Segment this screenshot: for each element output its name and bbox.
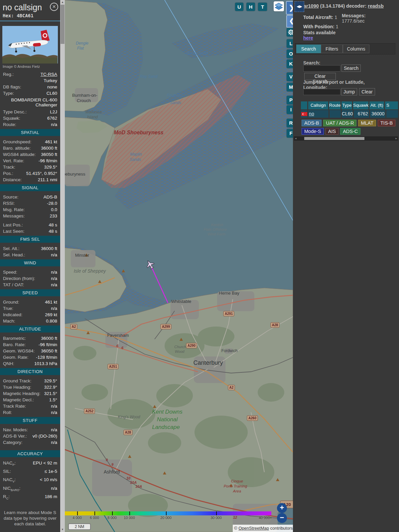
legend-label: 8 000 (107, 516, 117, 520)
data-row: Last Pos.:48 s (0, 222, 60, 228)
map-scale-bar: 2 NM (68, 523, 91, 530)
shield-label: A299 (162, 325, 170, 329)
legend-label: 20 000 (160, 516, 172, 520)
table-header-row: Callsign Route Type Squawk Alt. (ft) S (301, 101, 399, 109)
aircraft-photo[interactable] (2, 26, 58, 64)
squawk-cell: 6762 (354, 110, 369, 118)
badge-uat-adsr[interactable]: UAT / ADS-R (323, 120, 356, 126)
badge-adsc[interactable]: ADS-C (340, 128, 360, 135)
badge-modes[interactable]: Mode-S (302, 128, 324, 135)
button-t[interactable]: T (258, 3, 267, 11)
map-label: Maplin (130, 152, 142, 157)
button-u[interactable]: U (235, 3, 243, 11)
map-label: Ashford (104, 469, 120, 474)
stats-here-link[interactable]: here (303, 35, 313, 41)
shield-label: A251 (109, 365, 117, 368)
scroll-right-icon[interactable]: ▸ (395, 136, 397, 141)
with-position-stat: With Position: 1 (303, 24, 338, 29)
tar1090-app: A2 A299 A291 A28 A290 A251 A252 A260 A28… (0, 0, 399, 532)
clear-search-button[interactable]: Clear Search (304, 73, 336, 80)
col-alt[interactable]: Alt. (ft) (369, 101, 384, 109)
legend-tick (77, 511, 78, 515)
jump-clear-button[interactable]: Clear (359, 88, 375, 95)
col-flag[interactable] (301, 101, 307, 109)
scroll-up-icon[interactable]: ▲ (60, 0, 65, 5)
map-label: Crouch (77, 98, 91, 103)
map-label: Ray Sand (140, 74, 158, 79)
junction-label: 6 (116, 344, 119, 348)
openstreetmap-link[interactable]: OpenStreetMap (238, 526, 269, 531)
map-label: MoD Shoeburyness (114, 130, 163, 135)
scrollbar-thumb[interactable] (61, 5, 65, 44)
badge-ais[interactable]: AIS (326, 128, 338, 135)
tab-search[interactable]: Search (296, 45, 321, 53)
info-row-typedesc: Type Desc.:L2J (0, 109, 60, 115)
data-row: Track Rate:n/a (0, 403, 60, 409)
col-speed[interactable]: S (385, 101, 398, 109)
button-h[interactable]: H (246, 3, 255, 11)
attribution-suffix: contributors. (269, 526, 294, 531)
search-button[interactable]: Search (341, 65, 361, 72)
badge-tisb[interactable]: TIS-B (378, 120, 395, 126)
table-horizontal-scrollbar[interactable]: ◂ ▸ (294, 136, 398, 141)
total-aircraft-stat: Total Aircraft: 1 (303, 15, 337, 20)
attribution-copyright: © (234, 526, 238, 531)
data-row: NACP:EPU < 92 m (0, 460, 60, 468)
badge-mlat[interactable]: MLAT (358, 120, 376, 126)
col-type[interactable]: Type (341, 101, 352, 109)
legend-tick (216, 511, 217, 515)
shield-label: A28 (272, 323, 278, 327)
map-label: Fordwich (221, 348, 238, 353)
tab-filters[interactable]: Filters (321, 45, 343, 53)
aircraft-table: Callsign Route Type Squawk Alt. (ft) S n… (301, 101, 399, 118)
hscrollbar-thumb[interactable] (304, 137, 364, 140)
map-label: Flats Offshore (203, 227, 226, 231)
col-callsign[interactable]: Callsign (308, 101, 328, 109)
badge-adsb[interactable]: ADS-B (302, 120, 322, 126)
messages-label: Messages: (342, 13, 366, 18)
map-label: Dengie (76, 41, 88, 46)
tab-columns[interactable]: Columns (343, 45, 369, 53)
sidebar-scrollbar[interactable]: ▲ ▼ (60, 0, 65, 532)
callsign-cell[interactable]: no callsign (308, 110, 329, 118)
map-label: Wood (175, 349, 185, 353)
data-row: NICBARO:n/a (0, 485, 60, 493)
registration-link[interactable]: TC-RSA (41, 72, 57, 77)
layers-button[interactable] (274, 1, 284, 11)
map-canvas[interactable]: A2 A299 A291 A28 A290 A251 A252 A260 A28… (65, 0, 293, 532)
type-cell: CL60 (342, 110, 353, 118)
jump-button[interactable]: Jump (341, 88, 357, 95)
turkey-flag-icon (301, 112, 307, 116)
data-row: Vert. Rate:-96 ft/min (0, 158, 60, 164)
jump-input[interactable] (303, 89, 340, 95)
legend-label: 40 000+ (259, 516, 272, 520)
tar1090-link[interactable]: tar1090 (302, 3, 319, 9)
map-label: Sands (170, 100, 181, 105)
map-label: Kentish (211, 223, 223, 227)
data-row: Pos.:51.415°, 0.952° (0, 170, 60, 177)
map-label: King's Wood (118, 415, 140, 419)
map-container[interactable]: A2 A299 A291 A28 A290 A251 A252 A260 A28… (65, 0, 293, 532)
close-icon[interactable]: ✕ (50, 3, 58, 11)
panel-width-toggle-button[interactable]: ◀▶ (295, 1, 304, 12)
shield-label: A290 (188, 344, 196, 347)
section-header-direction: DIRECTION (0, 368, 60, 375)
type-description-long: BOMBARDIER CL-600Challenger (0, 96, 60, 109)
zoom-in-button[interactable]: + (277, 503, 287, 513)
readsb-link[interactable]: readsb (368, 3, 384, 9)
table-row[interactable]: no callsign CL60 6762 36000 (301, 109, 399, 118)
section-header-accuracy: ACCURACY (0, 450, 60, 457)
scroll-left-icon[interactable]: ◂ (295, 136, 297, 141)
search-input[interactable] (303, 65, 340, 71)
map-label: Area (233, 489, 241, 493)
speed-cell (386, 110, 398, 118)
zoom-out-button[interactable]: − (277, 513, 287, 523)
col-squawk[interactable]: Squawk (353, 101, 368, 109)
legend-label: 30 000 (210, 516, 222, 520)
col-route[interactable]: Route (329, 101, 341, 109)
data-row: Indicated:269 kt (0, 312, 60, 318)
map-label: Wind Farm (207, 232, 225, 236)
info-row-dbflags: DB flags:none (0, 84, 60, 90)
data-row: Ground Track:329.5° (0, 378, 60, 384)
scroll-down-icon[interactable]: ▼ (60, 527, 65, 532)
